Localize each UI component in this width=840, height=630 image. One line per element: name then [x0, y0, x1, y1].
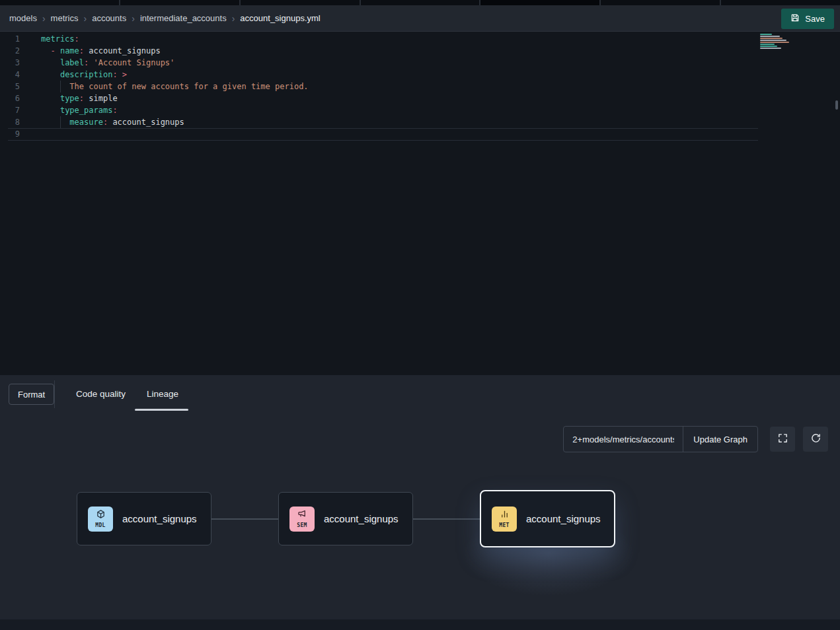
chevron-right-icon: ›: [132, 13, 135, 24]
save-button-label: Save: [805, 14, 825, 24]
tab-lineage[interactable]: Lineage: [147, 389, 178, 399]
semantic-model-badge: SEM: [289, 507, 315, 532]
line-number: 3: [0, 57, 29, 69]
node-label: account_signups: [526, 513, 601, 524]
chevron-right-icon: ›: [232, 13, 235, 24]
save-icon: [790, 13, 800, 24]
code-line: measure: account_signups: [32, 116, 754, 128]
status-strip: [0, 619, 840, 630]
update-graph-button[interactable]: Update Graph: [683, 427, 757, 452]
editor-rule: [8, 128, 758, 129]
model-badge: MDL: [88, 507, 113, 532]
bar-chart-icon: [500, 509, 510, 522]
ide-window: models › metrics › accounts › intermedia…: [0, 0, 840, 630]
line-number: 2: [0, 45, 29, 57]
lineage-node-metric[interactable]: MET account_signups: [480, 490, 615, 547]
editor-tab[interactable]: [721, 0, 840, 5]
bottom-panel: Format Code quality Lineage Update Graph: [0, 375, 840, 630]
breadcrumb-item-models[interactable]: models: [9, 13, 37, 23]
fullscreen-button[interactable]: [770, 427, 795, 452]
line-number: 5: [0, 81, 29, 92]
editor-rule: [8, 140, 758, 141]
indent-guide: [60, 81, 61, 92]
line-number: 6: [0, 92, 29, 104]
badge-label: SEM: [297, 522, 307, 528]
breadcrumb-item-metrics[interactable]: metrics: [51, 13, 79, 23]
lineage-node-model[interactable]: MDL account_signups: [77, 492, 211, 545]
panel-divider: [54, 380, 55, 408]
node-label: account_signups: [324, 513, 399, 524]
lineage-controls: Update Graph: [563, 426, 828, 452]
node-label: account_signups: [122, 513, 197, 524]
editor-scrollbar[interactable]: [835, 100, 838, 110]
lineage-edge: [211, 518, 278, 520]
breadcrumb-item-accounts[interactable]: accounts: [92, 13, 126, 23]
code-line: metrics:: [32, 33, 754, 45]
line-number: 9: [0, 128, 29, 140]
refresh-button[interactable]: [803, 427, 828, 452]
editor-tab[interactable]: [120, 0, 239, 5]
active-tab-underline: [135, 409, 188, 411]
code-content[interactable]: metrics: - name: account_signups label: …: [32, 33, 754, 140]
metric-badge: MET: [492, 507, 517, 532]
code-line: type: simple: [32, 92, 754, 104]
editor-tab[interactable]: [241, 0, 360, 5]
line-number: 8: [0, 116, 29, 128]
lineage-selector-group: Update Graph: [563, 426, 758, 452]
chevron-right-icon: ›: [83, 13, 87, 24]
code-line: type_params:: [32, 104, 754, 116]
code-line: The count of new accounts for a given ti…: [32, 81, 754, 92]
line-number: 7: [0, 104, 29, 116]
save-button[interactable]: Save: [781, 9, 834, 29]
line-number: 4: [0, 69, 29, 81]
chevron-right-icon: ›: [42, 13, 46, 24]
code-line: label: 'Account Signups': [32, 57, 754, 69]
editor-tab[interactable]: [601, 0, 720, 5]
lineage-node-semantic-model[interactable]: SEM account_signups: [278, 492, 413, 545]
indent-guide: [60, 116, 61, 128]
tab-code-quality[interactable]: Code quality: [76, 389, 126, 399]
code-line: - name: account_signups: [32, 45, 754, 57]
code-editor[interactable]: 1 2 3 4 5 6 7 8 9 metrics: - name: accou…: [0, 32, 840, 375]
breadcrumb-bar: models › metrics › accounts › intermedia…: [0, 5, 840, 32]
line-number-gutter: 1 2 3 4 5 6 7 8 9: [0, 33, 29, 140]
breadcrumb-item-current-file: account_signups.yml: [240, 13, 320, 23]
badge-label: MDL: [95, 522, 105, 528]
megaphone-icon: [297, 509, 307, 522]
format-button[interactable]: Format: [9, 384, 54, 405]
lineage-selector-input[interactable]: [564, 427, 683, 452]
editor-tab[interactable]: [361, 0, 480, 5]
editor-tab[interactable]: [480, 0, 599, 5]
cube-icon: [96, 509, 106, 522]
breadcrumb: models › metrics › accounts › intermedia…: [9, 13, 321, 24]
lineage-edge: [413, 518, 480, 520]
refresh-icon: [810, 433, 821, 446]
fullscreen-icon: [777, 433, 788, 446]
code-line: description: >: [32, 69, 754, 81]
badge-label: MET: [499, 522, 509, 528]
editor-tab[interactable]: [0, 0, 119, 5]
minimap[interactable]: [760, 34, 800, 49]
breadcrumb-item-intermediate-accounts[interactable]: intermediate_accounts: [140, 13, 227, 23]
editor-tab-strip: [0, 0, 840, 5]
line-number: 1: [0, 33, 29, 45]
code-line: [32, 128, 754, 140]
